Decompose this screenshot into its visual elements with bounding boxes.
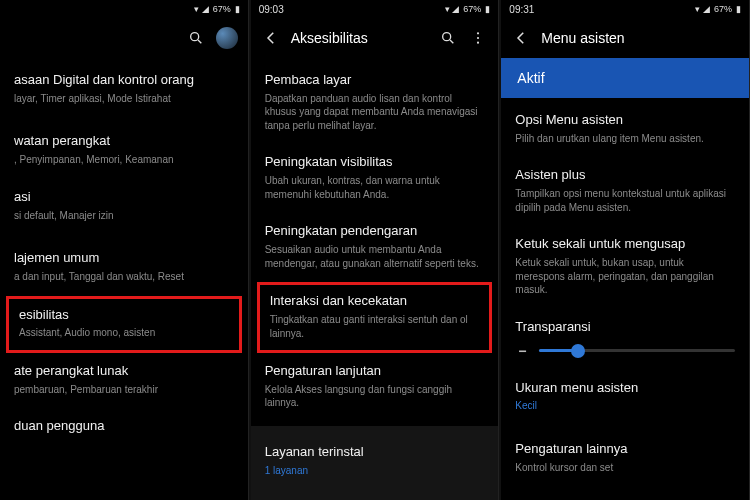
- list-item[interactable]: watan perangkat , Penyimpanan, Memori, K…: [0, 123, 248, 178]
- list-item-interaction[interactable]: Interaksi dan kecekatan Tingkatkan atau …: [257, 282, 493, 353]
- more-icon[interactable]: [468, 28, 488, 48]
- svg-point-4: [477, 32, 479, 34]
- svg-point-0: [190, 33, 198, 41]
- svg-point-5: [477, 37, 479, 39]
- minus-icon[interactable]: −: [515, 344, 529, 358]
- battery-icon: ▮: [736, 4, 741, 14]
- list-item[interactable]: Peningkatan pendengaran Sesuaikan audio …: [251, 213, 499, 282]
- appbar-title: Aksesibilitas: [291, 30, 429, 46]
- battery-text: 67%: [463, 4, 481, 14]
- slider-track[interactable]: [539, 349, 735, 352]
- phone-settings-main: ▾ ◢ 67% ▮ asaan Digital dan kontrol oran…: [0, 0, 249, 500]
- list-item[interactable]: Layanan terinstal 1 layanan: [251, 434, 499, 487]
- battery-icon: ▮: [235, 4, 240, 14]
- battery-text: 67%: [714, 4, 732, 14]
- signal-icon: ▾ ◢: [194, 4, 209, 14]
- clock-text: 09:03: [259, 4, 284, 15]
- list-item[interactable]: Pengaturan lainnya Kontrol kursor dan se…: [501, 431, 749, 486]
- list-item[interactable]: lajemen umum a dan input, Tanggal dan wa…: [0, 240, 248, 295]
- phone-assistant-menu: 09:31 ▾ ◢ 67% ▮ Menu asisten Aktif Opsi …: [501, 0, 750, 500]
- accessibility-list: Pembaca layar Dapatkan panduan audio lis…: [251, 58, 499, 500]
- search-icon[interactable]: [438, 28, 458, 48]
- svg-line-3: [450, 40, 453, 43]
- appbar-title: Menu asisten: [541, 30, 739, 46]
- back-icon[interactable]: [511, 28, 531, 48]
- battery-icon: ▮: [485, 4, 490, 14]
- list-item-size[interactable]: Ukuran menu asisten Kecil: [501, 370, 749, 425]
- svg-line-1: [198, 40, 201, 43]
- installed-services-section: Layanan terinstal 1 layanan Tentang Akse…: [251, 426, 499, 500]
- statusbar: ▾ ◢ 67% ▮: [0, 0, 248, 18]
- clock-text: 09:31: [509, 4, 534, 15]
- search-icon[interactable]: [186, 28, 206, 48]
- list-item[interactable]: ate perangkat lunak pembaruan, Pembaruan…: [0, 353, 248, 408]
- appbar: Menu asisten: [501, 18, 749, 58]
- list-item[interactable]: asaan Digital dan kontrol orang layar, T…: [0, 62, 248, 117]
- list-item[interactable]: Pembaca layar Dapatkan panduan audio lis…: [251, 62, 499, 144]
- signal-icon: ▾ ◢: [445, 4, 460, 14]
- statusbar: 09:03 ▾ ◢ 67% ▮: [251, 0, 499, 18]
- list-item[interactable]: Asisten plus Tampilkan opsi menu konteks…: [501, 157, 749, 226]
- settings-list: asaan Digital dan kontrol orang layar, T…: [0, 58, 248, 500]
- list-item[interactable]: Peningkatan visibilitas Ubah ukuran, kon…: [251, 144, 499, 213]
- battery-text: 67%: [213, 4, 231, 14]
- statusbar: 09:31 ▾ ◢ 67% ▮: [501, 0, 749, 18]
- list-item[interactable]: duan pengguna: [0, 408, 248, 447]
- assistant-menu-list: Opsi Menu asisten Pilih dan urutkan ulan…: [501, 98, 749, 500]
- active-banner[interactable]: Aktif: [501, 58, 749, 98]
- transparency-slider[interactable]: −: [501, 338, 749, 370]
- list-item[interactable]: Ketuk sekali untuk mengusap Ketuk sekali…: [501, 226, 749, 308]
- avatar[interactable]: [216, 27, 238, 49]
- svg-point-2: [443, 33, 451, 41]
- svg-point-6: [477, 42, 479, 44]
- list-item[interactable]: Tentang Aksesibilitas: [251, 487, 499, 500]
- list-item-accessibility[interactable]: esibilitas Assistant, Audio mono, asiste…: [6, 296, 242, 353]
- slider-thumb[interactable]: [571, 344, 585, 358]
- phone-accessibility: 09:03 ▾ ◢ 67% ▮ Aksesibilitas Pembaca la…: [251, 0, 500, 500]
- appbar: [0, 18, 248, 58]
- list-item[interactable]: Opsi Menu asisten Pilih dan urutkan ulan…: [501, 102, 749, 157]
- signal-icon: ▾ ◢: [695, 4, 710, 14]
- list-item[interactable]: Pengaturan lanjutan Kelola Akses langsun…: [251, 353, 499, 422]
- appbar: Aksesibilitas: [251, 18, 499, 58]
- list-item[interactable]: asi si default, Manajer izin: [0, 179, 248, 234]
- back-icon[interactable]: [261, 28, 281, 48]
- transparency-label: Transparansi: [501, 309, 749, 338]
